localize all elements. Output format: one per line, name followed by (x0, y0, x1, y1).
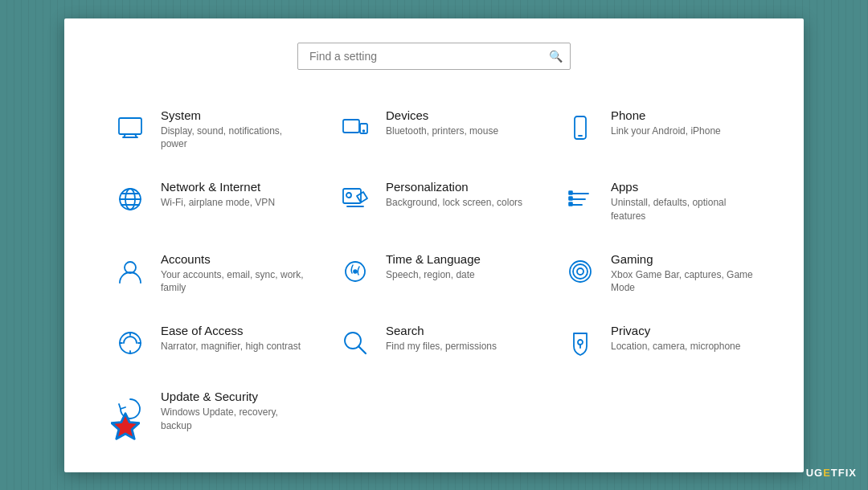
ease-icon (113, 325, 148, 361)
update-title: Update & Security (161, 390, 305, 403)
svg-rect-22 (569, 202, 572, 206)
network-icon (113, 182, 148, 217)
settings-item-update[interactable]: Update & SecurityWindows Update, recover… (96, 375, 321, 447)
watermark-highlight: E (823, 467, 831, 479)
phone-title: Phone (611, 108, 721, 122)
settings-item-search[interactable]: SearchFind my files, permissions (321, 309, 547, 375)
system-title: System (161, 108, 305, 122)
svg-rect-20 (569, 191, 572, 194)
system-icon (113, 110, 148, 145)
svg-marker-38 (112, 414, 139, 439)
ease-title: Ease of Access (161, 324, 301, 337)
time-title: Time & Language (386, 252, 481, 266)
update-text: Update & SecurityWindows Update, recover… (161, 390, 305, 433)
svg-rect-0 (119, 118, 141, 134)
svg-point-28 (577, 268, 583, 275)
privacy-desc: Location, camera, microphone (611, 340, 740, 353)
devices-desc: Bluetooth, printers, mouse (386, 125, 498, 138)
system-text: SystemDisplay, sound, notifications, pow… (161, 108, 305, 152)
svg-point-16 (346, 193, 351, 198)
phone-icon (563, 110, 598, 145)
privacy-title: Privacy (611, 324, 740, 337)
search-bar-container: 🔍 (297, 43, 571, 70)
accounts-desc: Your accounts, email, sync, work, family (161, 268, 305, 296)
gaming-desc: Xbox Game Bar, captures, Game Mode (611, 268, 755, 296)
svg-point-23 (125, 262, 136, 273)
settings-item-time[interactable]: Time & LanguageSpeech, region, date (321, 238, 547, 310)
personalization-text: PersonalizationBackground, lock screen, … (386, 180, 522, 210)
watermark: UGETFIX (806, 467, 857, 479)
search-title: Search (386, 324, 497, 337)
settings-item-gaming[interactable]: GamingXbox Game Bar, captures, Game Mode (547, 238, 772, 310)
personalization-title: Personalization (386, 180, 522, 194)
privacy-icon (563, 325, 598, 361)
network-text: Network & InternetWi-Fi, airplane mode, … (161, 180, 275, 210)
network-desc: Wi-Fi, airplane mode, VPN (161, 196, 275, 210)
personalization-desc: Background, lock screen, colors (386, 196, 522, 210)
settings-item-system[interactable]: SystemDisplay, sound, notifications, pow… (96, 94, 321, 166)
devices-text: DevicesBluetooth, printers, mouse (386, 108, 498, 138)
apps-icon (563, 182, 598, 217)
accounts-text: AccountsYour accounts, email, sync, work… (161, 252, 305, 296)
svg-rect-21 (569, 197, 572, 200)
gaming-icon (563, 254, 598, 289)
time-icon (338, 254, 373, 289)
apps-desc: Uninstall, defaults, optional features (611, 196, 755, 223)
svg-point-25 (354, 270, 357, 273)
watermark-text1: UG (806, 467, 824, 479)
gaming-title: Gaming (611, 252, 755, 266)
time-text: Time & LanguageSpeech, region, date (386, 252, 481, 282)
settings-item-phone[interactable]: PhoneLink your Android, iPhone (547, 94, 772, 166)
accounts-title: Accounts (161, 252, 305, 266)
system-desc: Display, sound, notifications, power (161, 125, 305, 152)
svg-point-27 (573, 264, 588, 279)
settings-window: 🔍 SystemDisplay, sound, notifications, p… (64, 18, 804, 472)
gaming-text: GamingXbox Game Bar, captures, Game Mode (611, 252, 755, 296)
apps-title: Apps (611, 180, 755, 194)
ease-desc: Narrator, magnifier, high contrast (161, 340, 301, 353)
svg-rect-4 (343, 120, 359, 133)
svg-point-6 (363, 130, 365, 132)
search-input[interactable] (297, 43, 571, 70)
settings-item-personalization[interactable]: PersonalizationBackground, lock screen, … (321, 165, 547, 238)
search-desc: Find my files, permissions (386, 340, 497, 353)
search-icon: 🔍 (549, 50, 563, 63)
accounts-icon (113, 254, 148, 289)
settings-item-devices[interactable]: DevicesBluetooth, printers, mouse (321, 94, 547, 166)
network-title: Network & Internet (161, 180, 275, 194)
devices-icon (338, 110, 373, 145)
settings-item-ease[interactable]: Ease of AccessNarrator, magnifier, high … (96, 309, 321, 375)
settings-item-apps[interactable]: AppsUninstall, defaults, optional featur… (547, 165, 772, 238)
update-desc: Windows Update, recovery, backup (161, 406, 305, 433)
ease-text: Ease of AccessNarrator, magnifier, high … (161, 324, 301, 353)
update-icon (113, 391, 148, 427)
devices-title: Devices (386, 108, 498, 122)
time-desc: Speech, region, date (386, 268, 481, 282)
settings-grid: SystemDisplay, sound, notifications, pow… (96, 94, 772, 447)
star-icon (111, 412, 127, 428)
phone-text: PhoneLink your Android, iPhone (611, 108, 721, 138)
settings-item-privacy[interactable]: PrivacyLocation, camera, microphone (547, 309, 772, 375)
apps-text: AppsUninstall, defaults, optional featur… (611, 180, 755, 223)
search-icon (338, 325, 373, 361)
personalization-icon (338, 182, 373, 217)
watermark-text2: TFIX (831, 467, 857, 479)
privacy-text: PrivacyLocation, camera, microphone (611, 324, 740, 353)
svg-line-35 (358, 346, 366, 353)
settings-item-accounts[interactable]: AccountsYour accounts, email, sync, work… (96, 238, 321, 310)
phone-desc: Link your Android, iPhone (611, 125, 721, 138)
settings-item-network[interactable]: Network & InternetWi-Fi, airplane mode, … (96, 165, 321, 238)
search-text: SearchFind my files, permissions (386, 324, 497, 353)
